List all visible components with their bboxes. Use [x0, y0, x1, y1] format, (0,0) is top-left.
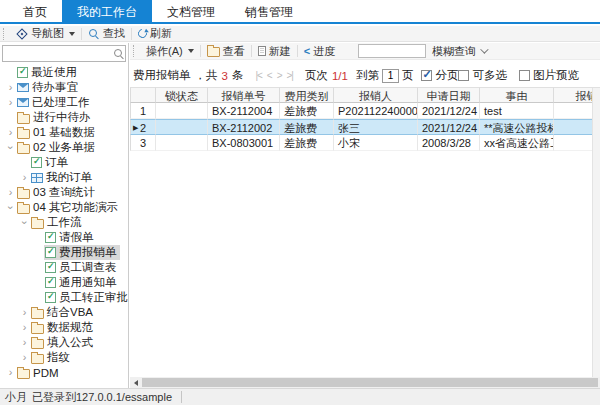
tree-item-workflow[interactable]: 工作流 [0, 215, 128, 230]
tree-item-todo[interactable]: 待办事宜 [0, 80, 128, 95]
refresh-button[interactable]: 刷新 [133, 26, 177, 41]
goto-suffix: 页 [402, 68, 414, 83]
tree-item-vba[interactable]: 结合VBA [0, 305, 128, 320]
tree-item-label: 最近使用 [31, 65, 77, 80]
pager-next-button[interactable] [277, 70, 282, 81]
search-icon[interactable] [113, 48, 125, 60]
tree-item-01-basic-data[interactable]: 01 基础数据 [0, 125, 128, 140]
tree-item-leave-form[interactable]: 请假单 [0, 230, 128, 245]
pager-prev-button[interactable] [267, 70, 272, 81]
refresh-label: 刷新 [150, 26, 172, 41]
chevron-right-icon[interactable] [5, 187, 16, 198]
scroll-left-button[interactable] [130, 377, 142, 388]
tree-item-label: 指纹 [47, 350, 70, 365]
header-apply-date[interactable]: 申请日期 [418, 87, 480, 103]
new-button[interactable]: 新建 [253, 44, 296, 59]
goto-label: 到第 [356, 68, 379, 83]
fuzzy-query-label: 模糊查询 [432, 44, 476, 59]
chevron-down-icon[interactable] [5, 202, 16, 213]
toolbar-grip [133, 45, 137, 57]
header-claimant[interactable]: 报销人 [334, 87, 418, 103]
tree-item-in-progress[interactable]: 进行中待办 [0, 110, 128, 125]
pager-last-button[interactable] [287, 70, 293, 81]
scrollbar-thumb[interactable] [142, 378, 598, 387]
chevron-right-icon[interactable] [5, 82, 16, 93]
navigation-map-button[interactable]: 导航图 [11, 26, 80, 41]
tree-search-input[interactable] [3, 47, 113, 60]
tree-search-box [2, 45, 126, 62]
tree-item-pdm[interactable]: PDM [0, 365, 128, 380]
tree-item-my-orders[interactable]: 我的订单 [0, 170, 128, 185]
cell-reason: xx省高速公路工程投标 [480, 135, 554, 151]
chevron-down-icon[interactable] [5, 142, 16, 153]
chevron-right-icon[interactable] [19, 307, 30, 318]
tree-item-employee-survey[interactable]: 员工调查表 [0, 260, 128, 275]
view-button[interactable]: 查看 [202, 44, 250, 59]
search-icon [88, 28, 100, 40]
tree-item-label: 02 业务单据 [33, 140, 95, 155]
dropdown-arrow-icon [188, 49, 194, 53]
dropdown-arrow-icon [69, 32, 75, 36]
table-row-selected[interactable]: ▶2 BX-2112002 差旅费 张三 2021/12/24 **高速公路投标 [130, 119, 600, 135]
tab-my-workbench[interactable]: 我的工作台 [62, 0, 152, 22]
table-row[interactable]: 1 BX-2112004 差旅费 P20211224000001 2021/12… [130, 103, 600, 119]
paging-checkbox[interactable] [421, 70, 432, 81]
tree-item-label: 员工转正审批表 [59, 290, 129, 305]
cell-no: BX-2112004 [208, 103, 280, 119]
row-number-cell: ▶2 [130, 119, 156, 135]
tree-item-order[interactable]: 订单 [0, 155, 128, 170]
folder-icon [31, 354, 44, 364]
folder-icon [17, 129, 30, 139]
chevron-down-icon[interactable] [19, 217, 30, 228]
vertical-scrollbar[interactable] [592, 88, 600, 377]
tab-document-management[interactable]: 文档管理 [152, 0, 230, 22]
table-row[interactable]: 3 BX-0803001 差旅费 小宋 2008/3/28 xx省高速公路工程投… [130, 135, 600, 151]
multi-select-checkbox[interactable] [458, 70, 469, 81]
header-reimbursement-no[interactable]: 报销单号 [208, 87, 280, 103]
chevron-right-icon[interactable] [19, 337, 30, 348]
header-expense-category[interactable]: 费用类别 [280, 87, 334, 103]
chevron-right-icon[interactable] [5, 127, 16, 138]
find-button[interactable]: 查找 [83, 26, 130, 41]
header-lock-status[interactable]: 锁状态 [156, 87, 208, 103]
image-preview-checkbox[interactable] [519, 70, 530, 81]
sidebar: 最近使用 待办事宜 已处理工作 进行中待办 01 基础数据 02 业务单据 订单… [0, 43, 129, 388]
tree-item-employee-confirmation[interactable]: 员工转正审批表 [0, 290, 128, 305]
mail-icon [17, 98, 29, 107]
tree-item-general-notice[interactable]: 通用通知单 [0, 275, 128, 290]
chevron-right-icon[interactable] [5, 367, 16, 378]
goto-page-input[interactable] [382, 69, 399, 83]
fuzzy-query-dropdown[interactable]: 模糊查询 [432, 44, 486, 59]
header-row-number [130, 87, 156, 103]
pager-first-button[interactable] [255, 70, 261, 81]
mail-icon [17, 83, 29, 92]
folder-icon [17, 144, 30, 154]
query-input[interactable] [358, 44, 426, 58]
header-reason[interactable]: 事由 [480, 87, 554, 103]
action-menu-button[interactable]: 操作(A) [141, 44, 199, 59]
page-value: 1/1 [332, 70, 348, 82]
tree-item-data-spec[interactable]: 数据规范 [0, 320, 128, 335]
tree-item-fill-formula[interactable]: 填入公式 [0, 335, 128, 350]
tree-item-fingerprint[interactable]: 指纹 [0, 350, 128, 365]
cell-reason: **高速公路投标 [480, 119, 554, 135]
progress-button[interactable]: 进度 [299, 44, 340, 59]
chevron-down-icon [480, 45, 488, 53]
tree-item-recent-use[interactable]: 最近使用 [0, 65, 128, 80]
row-number-cell: 3 [130, 135, 156, 151]
tree-item-02-business-docs[interactable]: 02 业务单据 [0, 140, 128, 155]
tree-item-label: 待办事宜 [32, 80, 78, 95]
tree-item-label: 费用报销单 [59, 245, 117, 260]
tree-item-03-query-stats[interactable]: 03 查询统计 [0, 185, 128, 200]
chevron-right-icon[interactable] [19, 172, 30, 183]
tree-item-processed-work[interactable]: 已处理工作 [0, 95, 128, 110]
chevron-right-icon[interactable] [19, 352, 30, 363]
tab-home[interactable]: 首页 [8, 0, 62, 22]
tree-item-label: 进行中待办 [33, 110, 91, 125]
chevron-right-icon[interactable] [5, 97, 16, 108]
tree-item-expense-reimbursement[interactable]: 费用报销单 [0, 245, 128, 260]
tab-sales-management[interactable]: 销售管理 [230, 0, 308, 22]
tree-item-04-other-demos[interactable]: 04 其它功能演示 [0, 200, 128, 215]
chevron-right-icon[interactable] [19, 322, 30, 333]
folder-icon [31, 219, 44, 229]
